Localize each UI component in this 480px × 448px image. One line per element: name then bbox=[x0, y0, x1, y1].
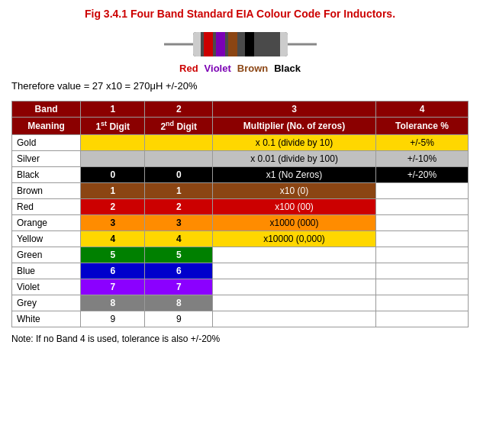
band-black bbox=[245, 32, 254, 56]
digit1-cell: 2 bbox=[81, 199, 145, 215]
color-name: White bbox=[12, 311, 81, 327]
value-text: Therefore value = 27 x10 = 270μH +/-20% bbox=[11, 80, 469, 92]
color-name: Green bbox=[12, 247, 81, 263]
tolerance-cell bbox=[375, 215, 468, 231]
coil-body bbox=[193, 32, 288, 56]
digit2-cell: 7 bbox=[145, 279, 213, 295]
wire-right bbox=[288, 44, 317, 46]
digit2-cell: 3 bbox=[145, 215, 213, 231]
color-name: Violet bbox=[12, 279, 81, 295]
digit2-cell: 5 bbox=[145, 247, 213, 263]
table-row: Yellow44x10000 (0,000) bbox=[12, 231, 469, 247]
band-violet bbox=[216, 32, 225, 56]
cap-right bbox=[280, 32, 288, 56]
digit1-cell: 8 bbox=[81, 295, 145, 311]
multiplier-cell bbox=[213, 263, 376, 279]
tolerance-cell: +/-5% bbox=[375, 135, 468, 151]
table-row: Orange33x1000 (000) bbox=[12, 215, 469, 231]
multiplier-cell: x1 (No Zeros) bbox=[213, 167, 376, 183]
multiplier-cell: x 0.1 (divide by 10) bbox=[213, 135, 376, 151]
multiplier-cell bbox=[213, 247, 376, 263]
table-row: White99 bbox=[12, 311, 469, 327]
band-red bbox=[204, 32, 213, 56]
digit1-cell: 9 bbox=[81, 311, 145, 327]
label-black: Black bbox=[274, 63, 301, 74]
digit2-cell: 8 bbox=[145, 295, 213, 311]
color-name: Yellow bbox=[12, 231, 81, 247]
tolerance-cell: +/-20% bbox=[375, 167, 468, 183]
tolerance-cell bbox=[375, 311, 468, 327]
digit1-cell: 4 bbox=[81, 231, 145, 247]
digit2-cell: 1 bbox=[145, 183, 213, 199]
digit1-cell: 3 bbox=[81, 215, 145, 231]
tolerance-cell bbox=[375, 183, 468, 199]
color-name: Brown bbox=[12, 183, 81, 199]
digit1-cell: 7 bbox=[81, 279, 145, 295]
label-red: Red bbox=[179, 63, 198, 74]
digit2-cell: 2 bbox=[145, 199, 213, 215]
tolerance-cell bbox=[375, 247, 468, 263]
color-code-table: Band 1 2 3 4 Meaning 1st Digit 2nd Digit… bbox=[11, 101, 469, 327]
col-header-3: 3 bbox=[213, 102, 376, 118]
subheader-meaning: Meaning bbox=[12, 118, 81, 135]
color-name: Gold bbox=[12, 135, 81, 151]
multiplier-cell: x1000 (000) bbox=[213, 215, 376, 231]
cap-left bbox=[193, 32, 201, 56]
subheader-tol: Tolerance % bbox=[375, 118, 468, 135]
table-row: Goldx 0.1 (divide by 10)+/-5% bbox=[12, 135, 469, 151]
table-row: Violet77 bbox=[12, 279, 469, 295]
page-title: Fig 3.4.1 Four Band Standard EIA Colour … bbox=[11, 8, 469, 20]
note-text: Note: If no Band 4 is used, tolerance is… bbox=[11, 334, 469, 344]
multiplier-cell bbox=[213, 279, 376, 295]
multiplier-cell: x10000 (0,000) bbox=[213, 231, 376, 247]
digit1-cell: 1 bbox=[81, 183, 145, 199]
color-name: Silver bbox=[12, 151, 81, 167]
digit1-cell: 5 bbox=[81, 247, 145, 263]
wire-left bbox=[164, 44, 193, 46]
digit2-cell: 0 bbox=[145, 167, 213, 183]
digit2-cell: 9 bbox=[145, 311, 213, 327]
tolerance-cell bbox=[375, 263, 468, 279]
multiplier-cell: x 0.01 (divide by 100) bbox=[213, 151, 376, 167]
table-row: Green55 bbox=[12, 247, 469, 263]
color-name: Red bbox=[12, 199, 81, 215]
color-name: Blue bbox=[12, 263, 81, 279]
tolerance-cell bbox=[375, 279, 468, 295]
col-header-4: 4 bbox=[375, 102, 468, 118]
table-row: Blue66 bbox=[12, 263, 469, 279]
color-labels: Red Violet Brown Black bbox=[179, 63, 301, 74]
subheader-1st: 1st Digit bbox=[81, 118, 145, 135]
label-brown: Brown bbox=[237, 63, 268, 74]
subheader-mult: Multiplier (No. of zeros) bbox=[213, 118, 376, 135]
inductor-diagram: Red Violet Brown Black bbox=[11, 29, 469, 74]
tolerance-cell bbox=[375, 199, 468, 215]
digit2-cell bbox=[145, 151, 213, 167]
digit1-cell bbox=[81, 151, 145, 167]
subheader-2nd: 2nd Digit bbox=[145, 118, 213, 135]
table-row: Silverx 0.01 (divide by 100)+/-10% bbox=[12, 151, 469, 167]
table-row: Black00x1 (No Zeros)+/-20% bbox=[12, 167, 469, 183]
color-name: Black bbox=[12, 167, 81, 183]
tolerance-cell bbox=[375, 295, 468, 311]
col-header-2: 2 bbox=[145, 102, 213, 118]
inductor-body bbox=[164, 29, 317, 60]
multiplier-cell bbox=[213, 311, 376, 327]
multiplier-cell bbox=[213, 295, 376, 311]
col-header-band: Band bbox=[12, 102, 81, 118]
digit2-cell bbox=[145, 135, 213, 151]
color-name: Orange bbox=[12, 215, 81, 231]
table-row: Brown11x10 (0) bbox=[12, 183, 469, 199]
digit1-cell: 0 bbox=[81, 167, 145, 183]
digit2-cell: 4 bbox=[145, 231, 213, 247]
multiplier-cell: x100 (00) bbox=[213, 199, 376, 215]
tolerance-cell: +/-10% bbox=[375, 151, 468, 167]
digit1-cell bbox=[81, 135, 145, 151]
multiplier-cell: x10 (0) bbox=[213, 183, 376, 199]
table-row: Grey88 bbox=[12, 295, 469, 311]
table-row: Red22x100 (00) bbox=[12, 199, 469, 215]
color-name: Grey bbox=[12, 295, 81, 311]
digit2-cell: 6 bbox=[145, 263, 213, 279]
label-violet: Violet bbox=[205, 63, 231, 74]
col-header-1: 1 bbox=[81, 102, 145, 118]
tolerance-cell bbox=[375, 231, 468, 247]
